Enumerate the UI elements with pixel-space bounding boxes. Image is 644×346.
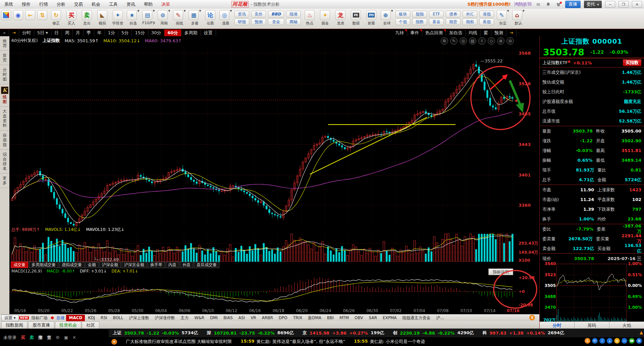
jump-end-icon[interactable]: ⇥: [506, 30, 517, 36]
minimize-button[interactable]: ─: [605, 1, 615, 8]
toolbar-btn-ETF[interactable]: ETF: [429, 11, 444, 17]
toolbar-btn-个股[interactable]: 个股: [395, 18, 410, 25]
volume-tab-虚拟成交量[interactable]: 虚拟成交量: [59, 262, 85, 268]
period-周[interactable]: 周: [62, 30, 73, 36]
toolbar-btn-预测[interactable]: 预测: [251, 18, 266, 25]
index-group-深[interactable]: 深10720.81-23.75-0.22%8696亿: [207, 330, 293, 336]
dropdown-arrow-icon[interactable]: ▼: [168, 9, 170, 12]
create-indicator-link[interactable]: 新建: [55, 315, 66, 321]
menu-机会[interactable]: 机会: [87, 1, 105, 7]
volume-tab-内盘[interactable]: 内盘: [166, 262, 179, 268]
theme-grid-icon[interactable]: [0, 9, 12, 25]
bottom-tab-社区[interactable]: 社区: [82, 322, 99, 329]
indicator-tab-沪深涨停数[interactable]: 沪深涨停数: [152, 315, 177, 321]
toolbar-btn-期货[interactable]: 期货: [446, 18, 461, 25]
period-日[interactable]: 日: [51, 30, 62, 36]
tool-均线[interactable]: 均线: [466, 30, 481, 36]
tool-热点回溯[interactable]: 热点回溯: [422, 30, 446, 36]
close-icon[interactable]: ✕: [72, 335, 76, 340]
bottom-tab-指数新闻[interactable]: 指数新闻: [1, 322, 28, 329]
panel-tab-分时[interactable]: 分时: [540, 322, 575, 329]
toolbar-btn-基金[interactable]: 基金: [429, 18, 444, 25]
toolbar-btn-港股[interactable]: 港股: [479, 11, 494, 17]
indicator-tab-BBI[interactable]: BBI: [324, 315, 336, 321]
shirt-icon[interactable]: [555, 2, 562, 7]
dropdown-arrow-icon[interactable]: ▼: [230, 9, 232, 12]
panel-tab-火焰[interactable]: 火焰: [609, 322, 644, 329]
toolbar-btn-资金[interactable]: 资金: [268, 18, 284, 25]
period-icon[interactable]: ⊙▼周期: [156, 9, 172, 26]
indicator-tab-DPO[interactable]: DPO: [276, 315, 290, 321]
index-group-京[interactable]: 京1415.98+3.86+0.27%199亿: [303, 330, 384, 336]
toolbar-btn-板块[interactable]: 板块: [395, 11, 410, 17]
hand-icon[interactable]: ✌: [478, 37, 486, 45]
gear-icon[interactable]: ⚙: [441, 37, 448, 45]
macd-canvas[interactable]: [9, 275, 517, 308]
indicator-icon[interactable]: ▤: [469, 37, 476, 45]
kline-canvas[interactable]: [9, 46, 517, 227]
indicator-tab-BIAS[interactable]: BIAS: [221, 315, 235, 321]
volume-tab-沪深京金额[interactable]: 沪深京金额: [121, 262, 147, 268]
correct-icon[interactable]: ↻修正: [48, 9, 64, 26]
quick-查-button[interactable]: 查: [47, 335, 51, 341]
indicator-tab-ASI[interactable]: ASI: [236, 315, 248, 321]
goldmine-icon[interactable]: ✦掘金: [317, 9, 333, 26]
menu-交易[interactable]: 交易: [70, 1, 87, 7]
promo-link[interactable]: 5档行情升级1000档!: [468, 1, 511, 7]
eye-icon[interactable]: ◎: [460, 37, 467, 45]
simulate-icon[interactable]: ◣模拟: [95, 9, 110, 26]
username[interactable]: 鸿鹄折羽: [514, 1, 532, 7]
indicator-help-button[interactable]: 指标说明: [488, 268, 513, 275]
f10-icon[interactable]: ▤▼F10/F9: [141, 9, 156, 25]
indicator-tab-MACD[interactable]: MACD: [66, 315, 85, 321]
menu-报价[interactable]: 报价: [17, 1, 35, 7]
volume-tab-沪深金额[interactable]: 沪深金额: [99, 262, 121, 268]
toolbar-btn-陆港[interactable]: 陆港: [286, 11, 301, 17]
collapse-sidebar-icon[interactable]: »: [0, 30, 9, 36]
toolbar-btn-竞价[interactable]: 竞价: [251, 11, 266, 17]
phone-icon[interactable]: ☎: [629, 338, 635, 344]
tool-加自选[interactable]: 加自选: [446, 30, 466, 36]
quick-买-button[interactable]: 买: [21, 335, 25, 341]
sidebar-item-分时图[interactable]: 分 时 图: [0, 65, 9, 84]
quick-卖-button[interactable]: 卖: [30, 335, 34, 341]
news-item-1[interactable]: 15:59黄仁勋: 英伟达是“最后入场者”, 但“永远不晚”: [240, 339, 345, 345]
period-30分[interactable]: 30分: [148, 30, 165, 36]
period-年[interactable]: 年: [94, 30, 105, 36]
period-分时[interactable]: 分时: [19, 30, 34, 36]
volume-tab-金额[interactable]: 金额: [85, 262, 99, 268]
buy-index-button[interactable]: 买指数: [623, 59, 641, 66]
toolbar-btn-资讯[interactable]: 资讯: [234, 11, 249, 17]
sidebar-item-首页[interactable]: 首 页: [0, 51, 9, 65]
lang-icon[interactable]: 中: [592, 338, 598, 344]
sidebar-item-综合排名[interactable]: 综 合 排 名: [0, 150, 9, 174]
menu-工具[interactable]: 工具: [105, 1, 122, 7]
indicator-tab-OBV[interactable]: OBV: [352, 315, 366, 321]
dropdown-arrow-icon[interactable]: ▼: [153, 9, 155, 12]
live-button[interactable]: 直播: [565, 1, 581, 8]
forum-icon[interactable]: 论论股: [203, 9, 218, 26]
toolbar-btn-美股[interactable]: 美股: [479, 18, 494, 25]
indicator-tab-ARBR[interactable]: ARBR: [259, 315, 276, 321]
news-item-2[interactable]: 15:55黄仁勋: 小米公司是一个奇迹: [354, 339, 425, 345]
restore-button[interactable]: ❐: [619, 1, 629, 8]
dropdown-arrow-icon[interactable]: ▼: [523, 9, 525, 12]
default-icon[interactable]: ⌂▼默认: [511, 9, 526, 26]
sidebar-item-更多[interactable]: 更 多: [0, 174, 9, 188]
dragon-tiger-icon[interactable]: 龙龙虎: [333, 9, 348, 26]
hot-icon[interactable]: ♨热点: [302, 9, 317, 26]
new-stock-icon[interactable]: PO新股: [364, 9, 379, 26]
sogou-icon[interactable]: S: [585, 338, 590, 344]
toolbar-btn-股指[interactable]: 股指: [412, 11, 427, 17]
monitor-icon[interactable]: ▭: [622, 338, 627, 344]
multiwindow-icon[interactable]: ▦▼多窗: [187, 9, 203, 26]
menu-行情[interactable]: 行情: [35, 1, 52, 7]
bell-icon[interactable]: [545, 2, 552, 7]
tool-事件[interactable]: 事件: [407, 30, 422, 36]
order-button[interactable]: 委托 ▼: [584, 1, 602, 8]
menu-系统[interactable]: 系统: [0, 1, 17, 7]
data-icon[interactable]: PE数据: [348, 9, 364, 26]
indicator-tab-VR[interactable]: VR: [248, 315, 259, 321]
marketbar-expand-icon[interactable]: ▲: [640, 330, 643, 335]
index-group-创[interactable]: 创2230.19-4.86-0.22%4290亿: [393, 330, 474, 336]
